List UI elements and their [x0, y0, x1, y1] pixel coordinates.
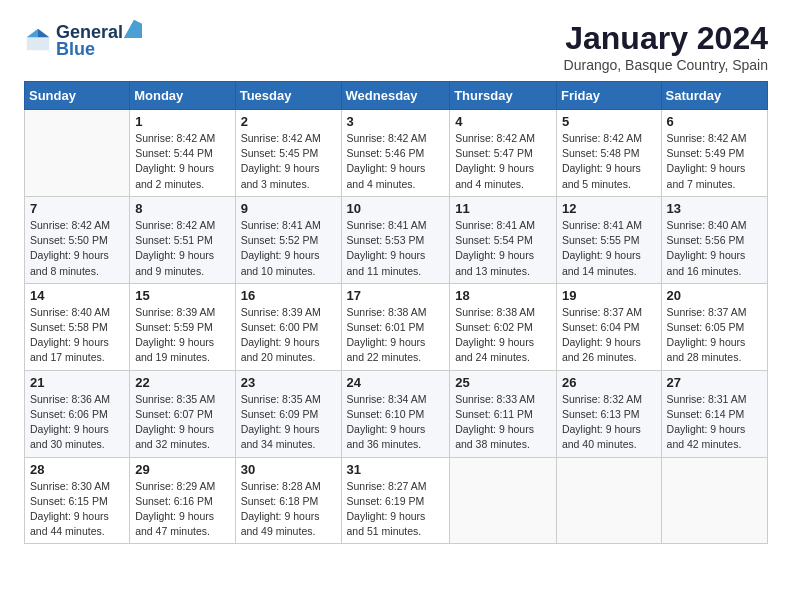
- day-info: Sunrise: 8:41 AMSunset: 5:53 PMDaylight:…: [347, 218, 445, 279]
- day-info: Sunrise: 8:28 AMSunset: 6:18 PMDaylight:…: [241, 479, 336, 540]
- calendar-cell: 22Sunrise: 8:35 AMSunset: 6:07 PMDayligh…: [130, 370, 235, 457]
- day-number: 31: [347, 462, 445, 477]
- day-number: 19: [562, 288, 656, 303]
- day-number: 30: [241, 462, 336, 477]
- logo-triangle: [124, 20, 142, 38]
- calendar-cell: 18Sunrise: 8:38 AMSunset: 6:02 PMDayligh…: [450, 283, 557, 370]
- calendar-cell: 20Sunrise: 8:37 AMSunset: 6:05 PMDayligh…: [661, 283, 767, 370]
- day-info: Sunrise: 8:29 AMSunset: 6:16 PMDaylight:…: [135, 479, 229, 540]
- calendar-cell: [661, 457, 767, 544]
- weekday-header-monday: Monday: [130, 82, 235, 110]
- day-info: Sunrise: 8:41 AMSunset: 5:52 PMDaylight:…: [241, 218, 336, 279]
- calendar-week-row: 14Sunrise: 8:40 AMSunset: 5:58 PMDayligh…: [25, 283, 768, 370]
- svg-marker-2: [27, 29, 38, 37]
- calendar-cell: 5Sunrise: 8:42 AMSunset: 5:48 PMDaylight…: [556, 110, 661, 197]
- calendar-week-row: 1Sunrise: 8:42 AMSunset: 5:44 PMDaylight…: [25, 110, 768, 197]
- day-info: Sunrise: 8:42 AMSunset: 5:48 PMDaylight:…: [562, 131, 656, 192]
- calendar-cell: 28Sunrise: 8:30 AMSunset: 6:15 PMDayligh…: [25, 457, 130, 544]
- day-number: 24: [347, 375, 445, 390]
- day-info: Sunrise: 8:35 AMSunset: 6:09 PMDaylight:…: [241, 392, 336, 453]
- day-info: Sunrise: 8:38 AMSunset: 6:02 PMDaylight:…: [455, 305, 551, 366]
- day-number: 13: [667, 201, 762, 216]
- calendar-week-row: 21Sunrise: 8:36 AMSunset: 6:06 PMDayligh…: [25, 370, 768, 457]
- day-info: Sunrise: 8:27 AMSunset: 6:19 PMDaylight:…: [347, 479, 445, 540]
- calendar-cell: [556, 457, 661, 544]
- weekday-header-saturday: Saturday: [661, 82, 767, 110]
- calendar-week-row: 28Sunrise: 8:30 AMSunset: 6:15 PMDayligh…: [25, 457, 768, 544]
- day-info: Sunrise: 8:40 AMSunset: 5:56 PMDaylight:…: [667, 218, 762, 279]
- day-info: Sunrise: 8:42 AMSunset: 5:49 PMDaylight:…: [667, 131, 762, 192]
- weekday-header-tuesday: Tuesday: [235, 82, 341, 110]
- calendar-cell: 8Sunrise: 8:42 AMSunset: 5:51 PMDaylight…: [130, 196, 235, 283]
- day-info: Sunrise: 8:31 AMSunset: 6:14 PMDaylight:…: [667, 392, 762, 453]
- day-info: Sunrise: 8:42 AMSunset: 5:47 PMDaylight:…: [455, 131, 551, 192]
- day-number: 9: [241, 201, 336, 216]
- day-info: Sunrise: 8:37 AMSunset: 6:05 PMDaylight:…: [667, 305, 762, 366]
- day-number: 23: [241, 375, 336, 390]
- day-info: Sunrise: 8:40 AMSunset: 5:58 PMDaylight:…: [30, 305, 124, 366]
- calendar-cell: 10Sunrise: 8:41 AMSunset: 5:53 PMDayligh…: [341, 196, 450, 283]
- calendar-cell: 14Sunrise: 8:40 AMSunset: 5:58 PMDayligh…: [25, 283, 130, 370]
- location-subtitle: Durango, Basque Country, Spain: [564, 57, 768, 73]
- weekday-header-thursday: Thursday: [450, 82, 557, 110]
- day-number: 25: [455, 375, 551, 390]
- day-info: Sunrise: 8:41 AMSunset: 5:54 PMDaylight:…: [455, 218, 551, 279]
- calendar-cell: 4Sunrise: 8:42 AMSunset: 5:47 PMDaylight…: [450, 110, 557, 197]
- day-info: Sunrise: 8:33 AMSunset: 6:11 PMDaylight:…: [455, 392, 551, 453]
- day-info: Sunrise: 8:39 AMSunset: 6:00 PMDaylight:…: [241, 305, 336, 366]
- day-info: Sunrise: 8:30 AMSunset: 6:15 PMDaylight:…: [30, 479, 124, 540]
- calendar-table: SundayMondayTuesdayWednesdayThursdayFrid…: [24, 81, 768, 544]
- calendar-cell: [25, 110, 130, 197]
- day-number: 5: [562, 114, 656, 129]
- calendar-cell: 3Sunrise: 8:42 AMSunset: 5:46 PMDaylight…: [341, 110, 450, 197]
- day-info: Sunrise: 8:39 AMSunset: 5:59 PMDaylight:…: [135, 305, 229, 366]
- day-number: 7: [30, 201, 124, 216]
- logo: General Blue: [24, 20, 143, 60]
- day-info: Sunrise: 8:42 AMSunset: 5:44 PMDaylight:…: [135, 131, 229, 192]
- day-number: 10: [347, 201, 445, 216]
- calendar-cell: [450, 457, 557, 544]
- day-number: 27: [667, 375, 762, 390]
- day-number: 14: [30, 288, 124, 303]
- day-number: 16: [241, 288, 336, 303]
- day-number: 28: [30, 462, 124, 477]
- day-number: 20: [667, 288, 762, 303]
- title-area: January 2024 Durango, Basque Country, Sp…: [564, 20, 768, 73]
- day-info: Sunrise: 8:34 AMSunset: 6:10 PMDaylight:…: [347, 392, 445, 453]
- calendar-cell: 1Sunrise: 8:42 AMSunset: 5:44 PMDaylight…: [130, 110, 235, 197]
- calendar-cell: 24Sunrise: 8:34 AMSunset: 6:10 PMDayligh…: [341, 370, 450, 457]
- calendar-cell: 26Sunrise: 8:32 AMSunset: 6:13 PMDayligh…: [556, 370, 661, 457]
- day-number: 29: [135, 462, 229, 477]
- calendar-cell: 9Sunrise: 8:41 AMSunset: 5:52 PMDaylight…: [235, 196, 341, 283]
- day-number: 15: [135, 288, 229, 303]
- day-number: 17: [347, 288, 445, 303]
- day-info: Sunrise: 8:36 AMSunset: 6:06 PMDaylight:…: [30, 392, 124, 453]
- calendar-cell: 29Sunrise: 8:29 AMSunset: 6:16 PMDayligh…: [130, 457, 235, 544]
- day-number: 21: [30, 375, 124, 390]
- day-info: Sunrise: 8:42 AMSunset: 5:51 PMDaylight:…: [135, 218, 229, 279]
- calendar-cell: 13Sunrise: 8:40 AMSunset: 5:56 PMDayligh…: [661, 196, 767, 283]
- day-info: Sunrise: 8:37 AMSunset: 6:04 PMDaylight:…: [562, 305, 656, 366]
- day-number: 26: [562, 375, 656, 390]
- day-info: Sunrise: 8:42 AMSunset: 5:50 PMDaylight:…: [30, 218, 124, 279]
- day-info: Sunrise: 8:41 AMSunset: 5:55 PMDaylight:…: [562, 218, 656, 279]
- day-number: 22: [135, 375, 229, 390]
- calendar-cell: 6Sunrise: 8:42 AMSunset: 5:49 PMDaylight…: [661, 110, 767, 197]
- day-number: 1: [135, 114, 229, 129]
- calendar-cell: 27Sunrise: 8:31 AMSunset: 6:14 PMDayligh…: [661, 370, 767, 457]
- calendar-cell: 12Sunrise: 8:41 AMSunset: 5:55 PMDayligh…: [556, 196, 661, 283]
- calendar-cell: 2Sunrise: 8:42 AMSunset: 5:45 PMDaylight…: [235, 110, 341, 197]
- day-number: 11: [455, 201, 551, 216]
- header: General Blue January 2024 Durango, Basqu…: [24, 20, 768, 73]
- day-number: 8: [135, 201, 229, 216]
- day-info: Sunrise: 8:42 AMSunset: 5:45 PMDaylight:…: [241, 131, 336, 192]
- calendar-cell: 31Sunrise: 8:27 AMSunset: 6:19 PMDayligh…: [341, 457, 450, 544]
- month-title: January 2024: [564, 20, 768, 57]
- calendar-cell: 7Sunrise: 8:42 AMSunset: 5:50 PMDaylight…: [25, 196, 130, 283]
- svg-marker-5: [124, 20, 142, 38]
- calendar-cell: 16Sunrise: 8:39 AMSunset: 6:00 PMDayligh…: [235, 283, 341, 370]
- calendar-cell: 23Sunrise: 8:35 AMSunset: 6:09 PMDayligh…: [235, 370, 341, 457]
- weekday-header-friday: Friday: [556, 82, 661, 110]
- calendar-cell: 30Sunrise: 8:28 AMSunset: 6:18 PMDayligh…: [235, 457, 341, 544]
- weekday-header-row: SundayMondayTuesdayWednesdayThursdayFrid…: [25, 82, 768, 110]
